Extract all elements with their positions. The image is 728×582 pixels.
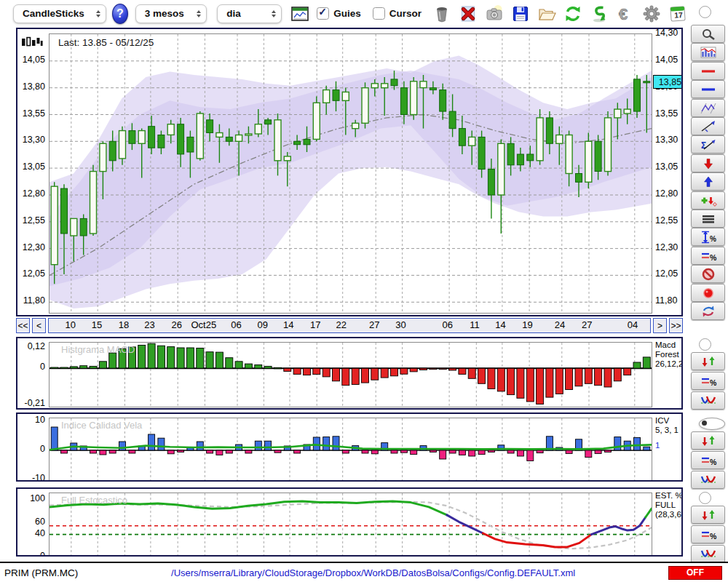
candle-body xyxy=(304,139,310,144)
delete-x-icon[interactable] xyxy=(458,4,478,24)
svg-text:€: € xyxy=(619,4,628,23)
y-axis-label: 10 xyxy=(19,415,45,425)
x-axis-label: 09 xyxy=(257,319,267,330)
stochastic-main-line xyxy=(591,517,645,535)
histogram-bar xyxy=(313,368,320,374)
zigzag-channel-button[interactable] xyxy=(691,99,725,117)
calendar-icon[interactable]: 17 xyxy=(668,4,688,24)
histogram-bar xyxy=(51,367,58,369)
cursor-checkbox[interactable]: Cursor xyxy=(373,7,422,20)
mini-chart-icon[interactable] xyxy=(290,4,309,24)
histogram-bar xyxy=(566,450,572,453)
histogram-bar xyxy=(109,450,116,453)
macd-plot[interactable] xyxy=(49,342,652,407)
open-folder-icon[interactable] xyxy=(537,4,557,24)
y-axis-label: 14,05 xyxy=(655,55,683,65)
histogram-bar xyxy=(157,346,165,368)
x-axis-label: 19 xyxy=(522,319,532,330)
candle-body xyxy=(430,88,436,90)
volume-profile-button[interactable] xyxy=(691,43,725,61)
zoom-button[interactable] xyxy=(691,25,725,43)
candle-body xyxy=(614,109,621,118)
guies-label: Guies xyxy=(333,8,361,19)
refresh-icon[interactable] xyxy=(563,4,583,24)
chart-type-select[interactable]: CandleSticks xyxy=(13,4,106,23)
histogram-bar xyxy=(333,368,340,381)
histogram-bar xyxy=(459,368,466,374)
last-price-title: Last: 13.85 - 05/12/25 xyxy=(58,37,154,48)
histogram-bar xyxy=(255,365,262,369)
snapshot-camera-icon[interactable] xyxy=(484,4,505,24)
sigma-trend-button[interactable]: Σ xyxy=(691,135,725,154)
vertical-range-percent-button[interactable]: % xyxy=(691,228,725,246)
add-marker-button[interactable] xyxy=(691,191,725,210)
arrow-down-red-button[interactable] xyxy=(691,154,725,172)
settings-gear-icon[interactable] xyxy=(641,4,662,24)
help-button[interactable]: ? xyxy=(112,4,128,24)
icv-indicator-curves-button[interactable] xyxy=(691,471,725,489)
x-axis-label: 27 xyxy=(369,319,379,330)
main-chart-radio[interactable] xyxy=(699,6,711,18)
panel-title: Histgrama MACD xyxy=(61,344,135,355)
histogram-bar xyxy=(245,450,252,453)
save-floppy-icon[interactable] xyxy=(510,4,531,24)
candle-body xyxy=(51,186,58,265)
candle-body xyxy=(138,131,145,144)
candle-body xyxy=(566,135,572,174)
y-axis-label: 13,80 xyxy=(19,81,45,92)
guies-checkbox[interactable]: Guies xyxy=(317,7,361,20)
candle-body xyxy=(236,135,242,142)
blue-line-button[interactable] xyxy=(691,80,725,98)
candle-body xyxy=(556,135,563,144)
macd-levels-percent-button[interactable]: % xyxy=(691,372,725,390)
candle-body xyxy=(605,118,612,172)
stochastic-updown-arrows-button[interactable] xyxy=(691,506,725,524)
histogram-bar xyxy=(507,450,514,453)
trash-icon[interactable] xyxy=(432,4,452,24)
off-toggle-button[interactable]: OFF xyxy=(668,566,722,580)
disable-button[interactable] xyxy=(691,265,725,283)
icv-radio[interactable] xyxy=(699,418,725,430)
scroll-last-button[interactable]: >> xyxy=(669,318,683,333)
levels-percent-button[interactable]: % xyxy=(691,247,725,265)
histogram-bar xyxy=(585,450,592,458)
macd-indicator-curves-button[interactable] xyxy=(691,391,725,410)
app-window: CandleSticks ? 3 mesos dia Guies Cursor … xyxy=(0,0,728,582)
stochastic-radio[interactable] xyxy=(699,492,711,504)
candlestick-chart xyxy=(50,34,652,313)
stochastic-indicator-curves-button[interactable] xyxy=(691,545,725,563)
icv-updown-arrows-button[interactable] xyxy=(691,431,725,450)
x-axis-label: 14 xyxy=(495,319,505,330)
icv-levels-percent-button[interactable]: % xyxy=(691,451,725,469)
candle-body xyxy=(333,90,339,101)
euro-icon[interactable]: € xyxy=(615,4,636,24)
interval-value: dia xyxy=(226,8,241,19)
macd-radio[interactable] xyxy=(699,338,711,351)
scroll-next-button[interactable]: > xyxy=(653,318,667,333)
stochastic-plot[interactable] xyxy=(49,493,652,557)
data-rows-button[interactable] xyxy=(691,210,725,228)
candle-body xyxy=(342,92,349,101)
scroll-first-button[interactable]: << xyxy=(16,318,30,333)
macd-updown-arrows-button[interactable] xyxy=(691,352,725,370)
histogram-bar xyxy=(468,368,475,378)
histogram-bar xyxy=(215,352,223,368)
x-axis-date-strip[interactable]: 1015182326Oct250609141722273006111419242… xyxy=(48,318,651,333)
interval-select[interactable]: dia xyxy=(217,4,282,23)
candlestick-plot[interactable] xyxy=(49,33,652,314)
arrow-up-blue-button[interactable] xyxy=(691,172,725,191)
svg-text:%: % xyxy=(710,234,716,242)
period-select[interactable]: 3 mesos xyxy=(135,4,207,23)
candle-body xyxy=(129,131,135,144)
red-line-button[interactable] xyxy=(691,62,725,80)
histogram-bar xyxy=(352,368,359,384)
histogram-bar xyxy=(226,358,233,369)
refresh-pair-button[interactable] xyxy=(691,302,725,320)
y-axis-label: 100 xyxy=(19,493,45,503)
sync-icon[interactable] xyxy=(589,4,609,24)
histogram-bar xyxy=(51,427,58,450)
record-button[interactable] xyxy=(691,284,725,302)
trendline-button[interactable] xyxy=(691,117,725,135)
stochastic-levels-percent-button[interactable]: % xyxy=(691,525,725,543)
scroll-prev-button[interactable]: < xyxy=(32,318,46,333)
